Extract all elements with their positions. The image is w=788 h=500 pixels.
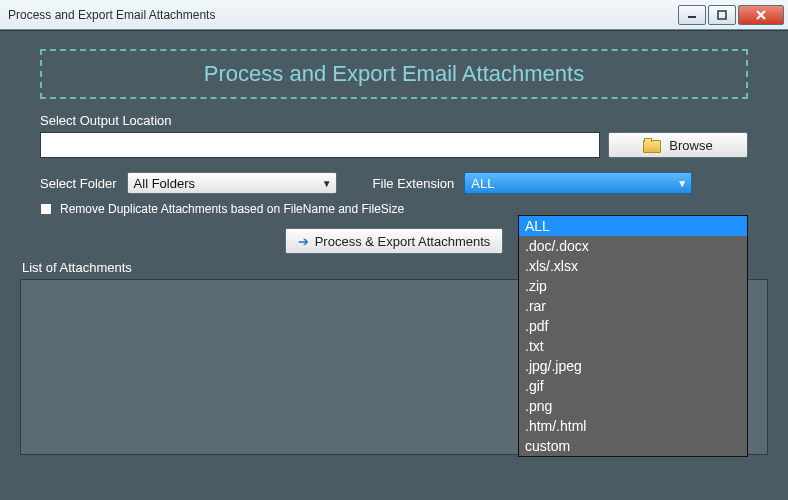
file-extension-option[interactable]: ALL bbox=[519, 216, 747, 236]
output-location-input[interactable] bbox=[40, 132, 600, 158]
file-extension-option[interactable]: custom bbox=[519, 436, 747, 456]
svg-rect-1 bbox=[718, 11, 726, 19]
window-titlebar: Process and Export Email Attachments bbox=[0, 0, 788, 30]
file-extension-dropdown[interactable]: ALL ▼ bbox=[464, 172, 692, 194]
window-title: Process and Export Email Attachments bbox=[8, 8, 215, 22]
chevron-down-icon: ▼ bbox=[322, 178, 332, 189]
select-folder-label: Select Folder bbox=[40, 176, 117, 191]
file-extension-option[interactable]: .png bbox=[519, 396, 747, 416]
file-extension-option[interactable]: .gif bbox=[519, 376, 747, 396]
process-export-label: Process & Export Attachments bbox=[315, 234, 491, 249]
close-button[interactable] bbox=[738, 5, 784, 25]
window-controls bbox=[676, 5, 784, 25]
browse-button-label: Browse bbox=[669, 138, 712, 153]
folder-icon bbox=[643, 138, 659, 152]
maximize-button[interactable] bbox=[708, 5, 736, 25]
remove-duplicates-label: Remove Duplicate Attachments based on Fi… bbox=[60, 202, 404, 216]
file-extension-option[interactable]: .doc/.docx bbox=[519, 236, 747, 256]
file-extension-option[interactable]: .htm/.html bbox=[519, 416, 747, 436]
file-extension-option[interactable]: .txt bbox=[519, 336, 747, 356]
page-title-banner: Process and Export Email Attachments bbox=[40, 49, 748, 99]
arrow-right-icon: ➔ bbox=[298, 234, 309, 249]
process-export-button[interactable]: ➔ Process & Export Attachments bbox=[285, 228, 504, 254]
browse-button[interactable]: Browse bbox=[608, 132, 748, 158]
file-extension-option[interactable]: .jpg/.jpeg bbox=[519, 356, 747, 376]
minimize-button[interactable] bbox=[678, 5, 706, 25]
chevron-down-icon: ▼ bbox=[677, 178, 687, 189]
select-folder-value: All Folders bbox=[134, 176, 195, 191]
remove-duplicates-checkbox[interactable] bbox=[40, 203, 52, 215]
file-extension-option[interactable]: .xls/.xlsx bbox=[519, 256, 747, 276]
file-extension-option[interactable]: .zip bbox=[519, 276, 747, 296]
file-extension-option[interactable]: .rar bbox=[519, 296, 747, 316]
file-extension-value: ALL bbox=[471, 176, 494, 191]
file-extension-option[interactable]: .pdf bbox=[519, 316, 747, 336]
select-folder-dropdown[interactable]: All Folders ▼ bbox=[127, 172, 337, 194]
file-extension-options-list: ALL .doc/.docx .xls/.xlsx .zip .rar .pdf… bbox=[518, 215, 748, 457]
file-extension-label: File Extension bbox=[373, 176, 455, 191]
output-location-label: Select Output Location bbox=[40, 113, 770, 128]
